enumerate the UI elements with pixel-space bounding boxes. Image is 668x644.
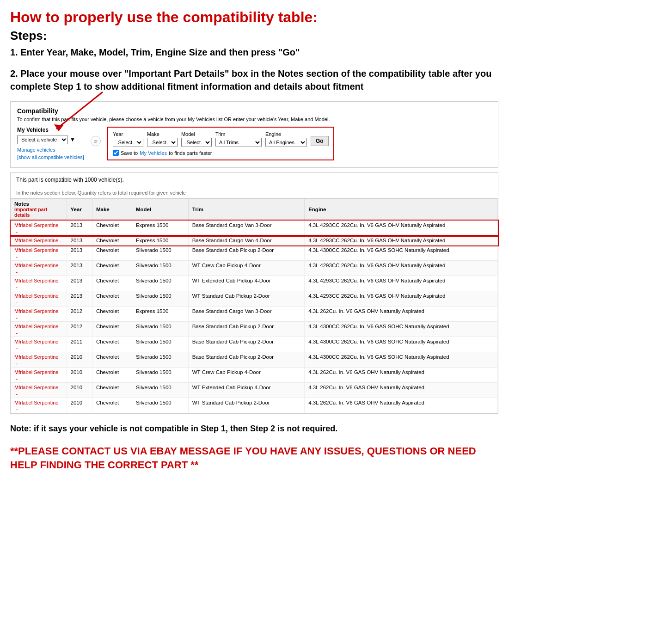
table-row: Mfrlabel:Serpentine ...2010ChevroletSilv…: [11, 398, 498, 413]
important-header-label: Important part details: [14, 207, 63, 218]
cell-trim: Base Standard Cab Pickup 2-Door: [188, 337, 304, 352]
notes-header-label: Notes: [14, 201, 29, 207]
cell-engine: 4.3L 4300CC 262Cu. In. V6 GAS SOHC Natur…: [305, 337, 498, 352]
cell-trim: WT Standard Cab Pickup 2-Door: [188, 398, 304, 413]
save-text: Save to: [121, 150, 138, 156]
cell-model: Silverado 1500: [132, 245, 188, 261]
cell-year: 2013: [67, 291, 92, 307]
cell-notes: Mfrlabel:Serpentine ...: [11, 322, 67, 337]
cell-engine: 4.3L 262Cu. In. V6 GAS OHV Naturally Asp…: [305, 307, 498, 322]
cell-trim: WT Extended Cab Pickup 4-Door: [188, 276, 304, 291]
table-row: Mfrlabel:Serpentine ...2011ChevroletSilv…: [11, 337, 498, 352]
cell-make: Chevrolet: [92, 337, 132, 352]
cell-make: Chevrolet: [92, 398, 132, 413]
cell-trim: Base Standard Cab Pickup 2-Door: [188, 352, 304, 368]
trim-field: Trim All Trims: [215, 131, 262, 147]
table-row: Mfrlabel:Serpentine ...2010ChevroletSilv…: [11, 352, 498, 368]
compat-note-bar: In the notes section below, Quantity ref…: [11, 187, 498, 199]
cell-engine: 4.3L 4300CC 262Cu. In. V6 GAS SOHC Natur…: [305, 322, 498, 337]
compat-table: Notes Important part details Year Make M…: [11, 199, 498, 413]
cell-year: 2013: [67, 261, 92, 276]
cell-year: 2013: [67, 245, 92, 261]
model-select[interactable]: -Select-: [181, 138, 212, 147]
model-field: Model -Select-: [181, 131, 212, 147]
cell-trim: WT Crew Cab Pickup 4-Door: [188, 261, 304, 276]
table-row: Mfrlabel:Serpentine ...2013ChevroletSilv…: [11, 276, 498, 291]
cell-trim: Base Standard Cargo Van 3-Door: [188, 307, 304, 322]
cell-year: 2010: [67, 383, 92, 398]
cell-make: Chevrolet: [92, 322, 132, 337]
make-select[interactable]: -Select-: [147, 138, 178, 147]
cell-notes: Mfrlabel:Serpentine ...: [11, 398, 67, 413]
compat-table-section: This part is compatible with 1000 vehicl…: [10, 172, 498, 414]
cell-make: Chevrolet: [92, 307, 132, 322]
cell-model: Silverado 1500: [132, 322, 188, 337]
th-trim: Trim: [188, 199, 304, 221]
cell-trim: Base Standard Cab Pickup 2-Door: [188, 322, 304, 337]
cell-engine: 4.3L 4300CC 262Cu. In. V6 GAS SOHC Natur…: [305, 352, 498, 368]
table-row: Mfrlabel:Serpentine ...2013ChevroletSilv…: [11, 245, 498, 261]
cell-year: 2010: [67, 352, 92, 368]
make-label: Make: [147, 131, 178, 137]
main-title: How to properly use the compatibility ta…: [10, 8, 498, 26]
compat-info-bar: This part is compatible with 1000 vehicl…: [11, 173, 498, 187]
cell-engine: 4.3L 4293CC 262Cu. In. V6 GAS OHV Natura…: [305, 276, 498, 291]
th-engine: Engine: [305, 199, 498, 221]
save-checkbox[interactable]: [113, 150, 119, 156]
cell-notes: Mfrlabel:Serpentine ...: [11, 352, 67, 368]
table-header-row: Notes Important part details Year Make M…: [11, 199, 498, 221]
cell-notes: Mfrlabel:Serpentine ...: [11, 368, 67, 383]
cell-engine: 4.3L 4293CC 262Cu. In. V6 GAS OHV Natura…: [305, 291, 498, 307]
cell-make: Chevrolet: [92, 383, 132, 398]
cell-notes: Mfrlabel:Serpentine ...: [11, 291, 67, 307]
compat-info-text: This part is compatible with 1000 vehicl…: [16, 177, 124, 183]
th-make: Make: [92, 199, 132, 221]
save-suffix: to finds parts faster: [169, 150, 212, 156]
cell-engine: 4.3L 262Cu. In. V6 GAS OHV Naturally Asp…: [305, 383, 498, 398]
manage-vehicles-link[interactable]: Manage vehicles: [17, 147, 84, 153]
cell-year: 2010: [67, 368, 92, 383]
diagram-area: Compatibility To confirm that this part …: [10, 101, 498, 168]
trim-select[interactable]: All Trims: [215, 138, 262, 147]
step1-text: 1. Enter Year, Make, Model, Trim, Engine…: [10, 46, 498, 59]
ymm-section: Year -Select- Make -Select- Model: [107, 127, 334, 160]
engine-select[interactable]: All Engines: [265, 138, 307, 147]
cell-model: Express 1500: [132, 307, 188, 322]
th-notes: Notes Important part details: [11, 199, 67, 221]
show-all-link[interactable]: [show all compatible vehicles]: [17, 154, 84, 160]
th-model: Model: [132, 199, 188, 221]
cell-engine: 4.3L 4293CC 262Cu. In. V6 GAS OHV Natura…: [305, 261, 498, 276]
cell-make: Chevrolet: [92, 291, 132, 307]
cell-engine: 4.3L 262Cu. In. V6 GAS OHV Naturally Asp…: [305, 368, 498, 383]
cell-model: Silverado 1500: [132, 276, 188, 291]
cell-notes: Mfrlabel:Serpentine ...: [11, 276, 67, 291]
cell-year: 2013: [67, 276, 92, 291]
note-text: Note: if it says your vehicle is not com…: [10, 423, 498, 435]
th-year: Year: [67, 199, 92, 221]
cell-year: 2013: [67, 236, 92, 245]
my-vehicles-link2[interactable]: My Vehicles: [140, 150, 167, 156]
cell-notes: Mfrlabel:Serpentine ...: [11, 261, 67, 276]
steps-heading: Steps:: [10, 29, 498, 43]
cell-notes: Mfrlabel:Serpentine ...: [11, 337, 67, 352]
engine-field: Engine All Engines: [265, 131, 307, 147]
table-body: Mfrlabel:Serpentine ...2013ChevroletExpr…: [11, 221, 498, 413]
cell-notes: Mfrlabel:Serpentine...: [11, 236, 67, 245]
cell-model: Silverado 1500: [132, 337, 188, 352]
go-button[interactable]: Go: [311, 136, 329, 146]
year-select[interactable]: -Select-: [113, 138, 143, 147]
cell-make: Chevrolet: [92, 221, 132, 236]
cell-engine: 4.3L 262Cu. In. V6 GAS OHV Naturally Asp…: [305, 398, 498, 413]
table-row: Mfrlabel:Serpentine...2013ChevroletExpre…: [11, 236, 498, 245]
cell-notes: Mfrlabel:Serpentine ...: [11, 383, 67, 398]
table-row: Mfrlabel:Serpentine ...2010ChevroletSilv…: [11, 383, 498, 398]
table-row: Mfrlabel:Serpentine ...2013ChevroletSilv…: [11, 291, 498, 307]
trim-label: Trim: [215, 131, 262, 137]
save-row: Save to My Vehicles to finds parts faste…: [113, 150, 329, 156]
cell-notes: Mfrlabel:Serpentine ...: [11, 307, 67, 322]
cell-year: 2011: [67, 337, 92, 352]
cell-model: Silverado 1500: [132, 383, 188, 398]
table-row: Mfrlabel:Serpentine ...2010ChevroletSilv…: [11, 368, 498, 383]
cell-engine: 4.3L 4300CC 262Cu. In. V6 GAS SOHC Natur…: [305, 245, 498, 261]
cell-trim: WT Standard Cab Pickup 2-Door: [188, 291, 304, 307]
